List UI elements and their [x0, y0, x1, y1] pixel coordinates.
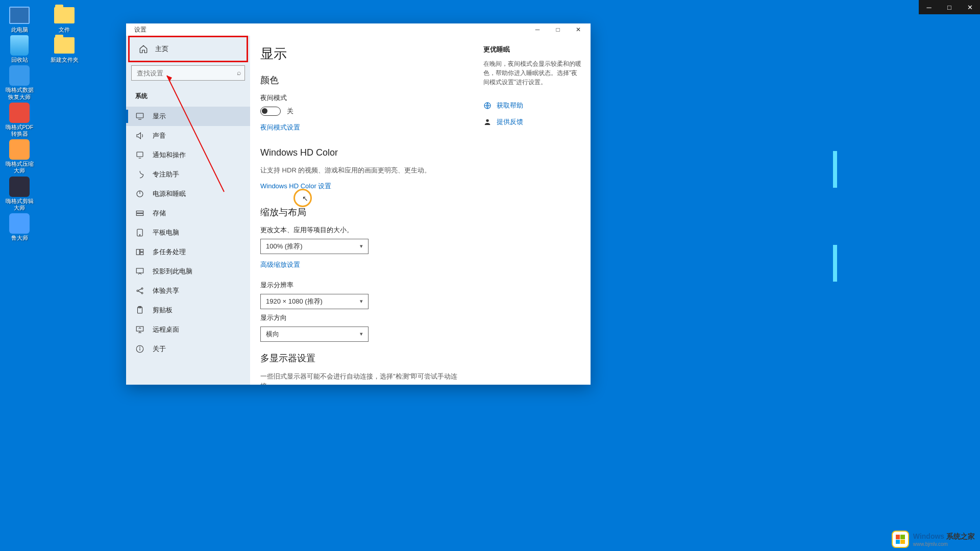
- desktop-icon-app3[interactable]: 嗨格式压缩大师: [4, 139, 35, 174]
- sidebar-item-multitask[interactable]: 多任务处理: [126, 242, 250, 262]
- hd-heading: Windows HD Color: [260, 147, 468, 158]
- orient-label: 显示方向: [260, 313, 468, 322]
- nav-label: 声音: [153, 131, 166, 140]
- nav-label: 多任务处理: [153, 247, 186, 257]
- nav-label: 存储: [153, 209, 166, 218]
- desktop-icon-app1[interactable]: 嗨格式数据恢复大师: [4, 65, 35, 100]
- desktop-icon-app4[interactable]: 嗨格式剪辑大师: [4, 177, 35, 211]
- multi-desc: 一些旧式显示器可能不会进行自动连接，选择"检测"即可尝试手动连接。: [260, 371, 468, 385]
- share-icon: [135, 286, 144, 295]
- desktop-icons: 此电脑 文件 回收站 新建文件夹 嗨格式数据恢复大师 嗨格式PDF转换器 嗨格式…: [4, 5, 80, 241]
- desktop-icon-app5[interactable]: 鲁大师: [4, 213, 35, 241]
- sidebar-item-power[interactable]: 电源和睡眠: [126, 184, 250, 204]
- night-label: 夜间模式: [260, 93, 468, 103]
- nav-label: 关于: [153, 344, 166, 354]
- globe-icon: [483, 102, 492, 110]
- sidebar-home[interactable]: 主页: [128, 36, 248, 62]
- nav-label: 投影到此电脑: [153, 267, 192, 276]
- desktop-icon-recycle[interactable]: 回收站: [4, 35, 35, 63]
- window-title: 设置: [128, 26, 146, 34]
- sleep-desc: 在晚间，夜间模式会显示较柔和的暖色，帮助你进入睡眠状态。选择"夜间模式设置"进行…: [483, 59, 581, 87]
- bg-minimize-button[interactable]: ─: [919, 0, 939, 14]
- sidebar-item-notify[interactable]: 通知和操作: [126, 145, 250, 165]
- svg-rect-18: [136, 327, 143, 331]
- sidebar-item-sound[interactable]: 声音: [126, 126, 250, 145]
- sidebar-item-tablet[interactable]: 平板电脑: [126, 223, 250, 242]
- person-icon: [483, 118, 492, 126]
- feedback-link[interactable]: 提供反馈: [483, 117, 581, 127]
- nav-label: 剪贴板: [153, 306, 173, 315]
- remote-icon: [135, 325, 144, 334]
- watermark-logo: [892, 531, 909, 548]
- search-icon: ⌕: [237, 68, 241, 77]
- sidebar-item-remote[interactable]: 远程桌面: [126, 320, 250, 339]
- minimize-button[interactable]: ─: [527, 23, 548, 36]
- orient-value: 横向: [266, 330, 279, 339]
- close-button[interactable]: ✕: [568, 23, 589, 36]
- sidebar-item-clipboard[interactable]: 剪贴板: [126, 300, 250, 320]
- watermark-url: www.bjmlv.com: [913, 541, 975, 547]
- sound-icon: [135, 131, 144, 140]
- scale-value: 100% (推荐): [266, 242, 303, 251]
- scale-link[interactable]: 高级缩放设置: [260, 260, 300, 269]
- sidebar-item-project[interactable]: 投影到此电脑: [126, 262, 250, 281]
- svg-rect-9: [136, 249, 139, 255]
- sidebar-home-label: 主页: [155, 44, 168, 54]
- page-title: 显示: [260, 45, 468, 63]
- feedback-label: 提供反馈: [497, 117, 523, 127]
- nav-label: 显示: [153, 112, 166, 121]
- svg-point-8: [139, 235, 140, 236]
- scale-heading: 缩放与布局: [260, 206, 468, 218]
- hd-link[interactable]: Windows HD Color 设置: [260, 182, 331, 191]
- project-icon: [135, 267, 144, 276]
- bg-close-button[interactable]: ✕: [960, 0, 980, 14]
- notify-icon: [135, 151, 144, 160]
- nav-label: 远程桌面: [153, 325, 179, 334]
- sidebar: 主页 ⌕ 系统 显示声音通知和操作专注助手电源和睡眠存储平板电脑多任务处理投影到…: [126, 36, 250, 385]
- sidebar-item-focus[interactable]: 专注助手: [126, 165, 250, 184]
- svg-point-13: [137, 290, 138, 292]
- nav-label: 体验共享: [153, 286, 179, 295]
- svg-rect-11: [140, 253, 143, 255]
- sidebar-item-about[interactable]: 关于: [126, 339, 250, 359]
- maximize-button[interactable]: □: [548, 23, 568, 36]
- svg-rect-10: [140, 249, 143, 252]
- search-wrap: ⌕: [131, 65, 245, 81]
- orientation-dropdown[interactable]: 横向▾: [260, 327, 369, 342]
- svg-point-15: [141, 292, 143, 294]
- display-icon: [135, 112, 144, 121]
- svg-point-21: [140, 347, 140, 347]
- sidebar-item-share[interactable]: 体验共享: [126, 281, 250, 300]
- watermark-site: 系统之家: [946, 532, 975, 540]
- sidebar-item-storage[interactable]: 存储: [126, 204, 250, 223]
- desktop-icon-folder-file[interactable]: 文件: [49, 5, 80, 33]
- focus-icon: [135, 170, 144, 179]
- get-help-link[interactable]: 获取帮助: [483, 101, 581, 110]
- accent-bar: [833, 245, 837, 282]
- nav-label: 电源和睡眠: [153, 189, 186, 198]
- night-mode-toggle[interactable]: [260, 107, 281, 116]
- scale-label: 更改文本、应用等项目的大小。: [260, 226, 468, 235]
- search-input[interactable]: [131, 65, 245, 81]
- nav-label: 通知和操作: [153, 151, 186, 160]
- bg-maximize-button[interactable]: □: [939, 0, 960, 14]
- resolution-dropdown[interactable]: 980 × 551 (推荐)▾: [260, 294, 369, 309]
- res-value: 980 × 551 (推荐): [266, 297, 323, 306]
- watermark: Windows 系统之家 www.bjmlv.com: [892, 531, 975, 548]
- desktop-icon-pc[interactable]: 此电脑: [4, 5, 35, 33]
- main-content: 显示 颜色 夜间模式 关 夜间模式设置 Windows HD Color 让支持…: [250, 36, 591, 385]
- svg-rect-0: [136, 113, 143, 118]
- sidebar-item-display[interactable]: 显示: [126, 107, 250, 126]
- scale-dropdown[interactable]: 100% (推荐)▾: [260, 239, 369, 254]
- settings-window: 设置 ─ □ ✕ 主页 ⌕ 系统 显示声音通知和操作专注助手电源和睡眠存储平板电…: [126, 23, 591, 385]
- nav-label: 平板电脑: [153, 228, 179, 237]
- color-heading: 颜色: [260, 74, 468, 86]
- nav-list: 显示声音通知和操作专注助手电源和睡眠存储平板电脑多任务处理投影到此电脑体验共享剪…: [126, 107, 250, 359]
- night-settings-link[interactable]: 夜间模式设置: [260, 123, 300, 132]
- desktop-icon-newfolder[interactable]: 新建文件夹: [49, 35, 80, 63]
- nav-label: 专注助手: [153, 170, 179, 179]
- chevron-down-icon: ▾: [360, 243, 363, 249]
- accent-bar: [833, 151, 837, 188]
- desktop-icon-app2[interactable]: 嗨格式PDF转换器: [4, 103, 35, 137]
- section-label: 系统: [126, 87, 250, 107]
